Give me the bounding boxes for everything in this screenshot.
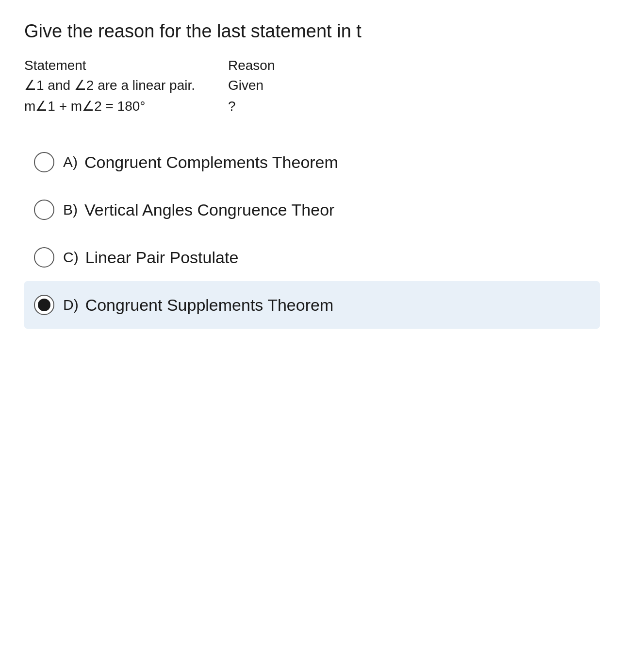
choice-a[interactable]: A)Congruent Complements Theorem [24, 138, 600, 186]
table-row-2-statement: m∠1 + m∠2 = 180° [24, 98, 228, 114]
choice-letter-b: B) [63, 202, 78, 218]
choice-c[interactable]: C)Linear Pair Postulate [24, 234, 600, 281]
table-row-1-reason: Given [228, 78, 374, 93]
radio-c [34, 247, 54, 268]
choice-text-c: Linear Pair Postulate [85, 248, 239, 267]
radio-d [34, 295, 54, 315]
choice-letter-d: D) [63, 297, 79, 313]
choice-letter-c: C) [63, 249, 79, 266]
radio-a [34, 152, 54, 172]
question-prompt: Give the reason for the last statement i… [24, 19, 600, 43]
choice-d[interactable]: D)Congruent Supplements Theorem [24, 281, 600, 329]
choice-text-b: Vertical Angles Congruence Theor [84, 201, 334, 219]
choice-text-d: Congruent Supplements Theorem [85, 296, 334, 315]
table-header-statement: Statement [24, 58, 228, 73]
choice-letter-a: A) [63, 154, 78, 170]
choice-b[interactable]: B)Vertical Angles Congruence Theor [24, 186, 600, 234]
radio-inner-d [38, 299, 50, 311]
table-header-reason: Reason [228, 58, 374, 73]
choice-text-a: Congruent Complements Theorem [84, 153, 338, 172]
proof-table: Statement Reason ∠1 and ∠2 are a linear … [24, 58, 600, 114]
choices-container: A)Congruent Complements TheoremB)Vertica… [24, 138, 600, 329]
table-row-1-statement: ∠1 and ∠2 are a linear pair. [24, 77, 228, 93]
table-row-2-reason: ? [228, 99, 374, 114]
radio-b [34, 200, 54, 220]
